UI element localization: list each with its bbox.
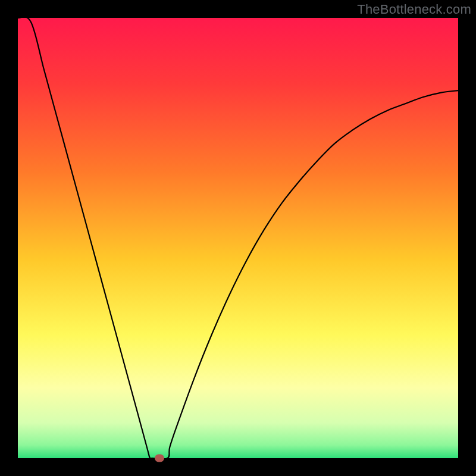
watermark-label: TheBottleneck.com	[357, 2, 471, 17]
plot-area	[18, 18, 458, 458]
chart-container: TheBottleneck.com	[0, 0, 476, 476]
minimum-marker	[155, 455, 164, 462]
chart-svg	[0, 0, 476, 476]
